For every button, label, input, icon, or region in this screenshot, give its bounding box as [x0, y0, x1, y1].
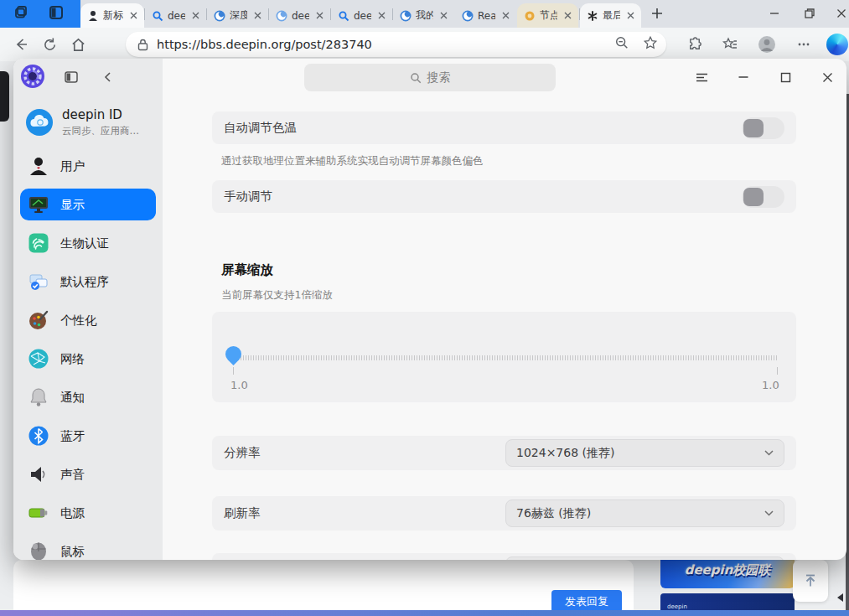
lock-icon — [137, 39, 148, 51]
battery-icon — [28, 502, 49, 524]
display-icon — [28, 194, 49, 215]
desktop-wallpaper-strip — [0, 610, 849, 616]
zoom-out-icon[interactable] — [614, 35, 629, 54]
tab-favicon-dark-app — [87, 10, 99, 22]
tab-node[interactable]: 节点 — [517, 3, 578, 28]
auto-color-temp-toggle[interactable] — [742, 117, 784, 139]
tab-search-2[interactable]: dee — [331, 3, 392, 28]
tab-last[interactable]: 最后 — [580, 3, 641, 28]
browser-tab-bar: 新标 dee 深度 dee dee 我的 Rea 节点 — [0, 0, 849, 28]
sidebar-item-mouse[interactable]: 鼠标 — [20, 536, 156, 560]
scaling-slider-handle[interactable] — [222, 343, 245, 365]
tab-deepin-2[interactable]: dee — [269, 3, 330, 28]
sidebar-item-notifications[interactable]: 通知 — [20, 381, 156, 413]
sidebar-item-personalization[interactable]: 个性化 — [20, 304, 156, 336]
collections-icon[interactable] — [716, 32, 744, 57]
dark-side-panel-edge — [0, 71, 9, 122]
auto-color-temp-row: 自动调节色温 — [212, 111, 796, 144]
browser-close-button[interactable] — [835, 7, 848, 23]
tab-search-1[interactable]: dee — [145, 3, 206, 28]
copilot-icon[interactable] — [823, 32, 849, 57]
scaling-slider-card: 1.0 1.0 — [212, 312, 796, 402]
reload-icon[interactable] — [35, 32, 64, 57]
url-field[interactable]: https://bbs.deepin.org/post/283740 — [126, 32, 666, 57]
back-chevron-icon[interactable] — [99, 68, 117, 86]
workspace-section — [0, 0, 80, 28]
tab-deepin-1[interactable]: 深度 — [207, 3, 268, 28]
more-menu-icon[interactable] — [789, 32, 818, 57]
tab-close-icon[interactable] — [127, 10, 139, 22]
control-center-window: 搜索 deepin ID 云同步、应用商… 用户 显示 生物认证 — [13, 59, 846, 560]
favorite-star-icon[interactable] — [643, 35, 658, 54]
slider-max-label: 1.0 — [762, 379, 779, 391]
sidebar-item-display[interactable]: 显示 — [20, 189, 156, 220]
sidebar-toggle-icon[interactable] — [62, 68, 80, 86]
extensions-puzzle-icon[interactable] — [681, 32, 709, 57]
tab-close-icon[interactable] — [375, 10, 387, 22]
user-icon — [28, 155, 49, 177]
tab-close-icon[interactable] — [189, 10, 201, 22]
settings-maximize-button[interactable] — [776, 68, 795, 86]
tab-deepin-3[interactable]: 我的 — [393, 3, 454, 28]
sidebar-item-power[interactable]: 电源 — [20, 497, 156, 529]
profile-avatar[interactable] — [753, 32, 781, 57]
browser-restore-button[interactable] — [803, 7, 816, 23]
post-reply-button[interactable]: 发表回复 — [551, 590, 622, 613]
tab-close-icon[interactable] — [500, 10, 511, 22]
slider-min-tick — [233, 367, 234, 375]
scroll-to-top-button[interactable] — [793, 560, 828, 602]
speaker-icon — [28, 463, 49, 485]
home-icon[interactable] — [64, 32, 92, 57]
settings-minimize-button[interactable] — [734, 68, 753, 86]
settings-close-button[interactable] — [818, 68, 836, 86]
url-text: https://bbs.deepin.org/post/283740 — [157, 38, 614, 51]
browser-minimize-button[interactable] — [768, 7, 781, 23]
deepin-spiral-favicon — [276, 10, 287, 22]
sidebar-item-network[interactable]: 网络 — [20, 343, 156, 375]
settings-search-input[interactable]: 搜索 — [304, 64, 556, 91]
control-center-logo — [20, 64, 45, 92]
sidebar-item-biometric[interactable]: 生物认证 — [20, 227, 156, 259]
sidebar-item-users[interactable]: 用户 — [20, 150, 156, 182]
resolution-dropdown[interactable]: 1024×768 (推荐) — [505, 439, 784, 467]
deepin-spiral-favicon — [462, 10, 474, 22]
tab-deepin-4[interactable]: Rea — [455, 3, 516, 28]
bell-icon — [28, 386, 49, 408]
refresh-rate-dropdown[interactable]: 76赫兹 (推荐) — [505, 500, 784, 527]
display-settings-panel: 自动调节色温 通过获取地理位置来辅助系统实现自动调节屏幕颜色偏色 手动调节 屏幕… — [163, 94, 846, 560]
orange-badge-favicon — [524, 10, 536, 22]
tab-close-icon[interactable] — [437, 10, 449, 22]
chevron-down-icon — [764, 450, 774, 456]
split-window-icon[interactable] — [49, 5, 64, 23]
deepin-spiral-favicon — [214, 10, 225, 22]
tab-close-icon[interactable] — [313, 10, 325, 22]
fingerprint-icon — [28, 232, 49, 254]
slider-min-label: 1.0 — [230, 379, 248, 391]
panel-collapse-arrow[interactable] — [837, 593, 843, 602]
auto-color-temp-description: 通过获取地理位置来辅助系统实现自动调节屏幕颜色偏色 — [221, 154, 484, 168]
manual-adjust-toggle[interactable] — [742, 186, 784, 208]
back-icon[interactable] — [7, 32, 35, 57]
refresh-rate-label: 刷新率 — [224, 505, 505, 521]
tab-close-icon[interactable] — [562, 10, 573, 22]
new-tab-button[interactable] — [650, 6, 665, 24]
workspaces-icon[interactable] — [13, 4, 30, 24]
deepin-id-title: deepin ID — [62, 107, 139, 122]
network-icon — [28, 348, 49, 370]
default-apps-icon — [28, 271, 49, 292]
tab-new[interactable]: 新标 — [80, 3, 144, 28]
tab-close-icon[interactable] — [624, 10, 636, 22]
deepin-id-subtitle: 云同步、应用商… — [62, 125, 139, 137]
sidebar-item-deepin-id[interactable]: deepin ID 云同步、应用商… — [22, 101, 156, 144]
sidebar-item-sound[interactable]: 声音 — [20, 458, 156, 490]
scaling-slider-track[interactable] — [233, 355, 778, 360]
resolution-label: 分辨率 — [224, 445, 505, 461]
orientation-dropdown[interactable]: 标准 — [505, 556, 784, 560]
menu-icon[interactable] — [692, 68, 711, 86]
scaling-note: 当前屏幕仅支持1倍缩放 — [221, 288, 333, 303]
chevron-down-icon — [764, 510, 774, 516]
manual-adjust-label: 手动调节 — [224, 189, 742, 204]
tab-close-icon[interactable] — [251, 10, 263, 22]
sidebar-item-default-apps[interactable]: 默认程序 — [20, 266, 156, 298]
sidebar-item-bluetooth[interactable]: 蓝牙 — [20, 420, 156, 452]
